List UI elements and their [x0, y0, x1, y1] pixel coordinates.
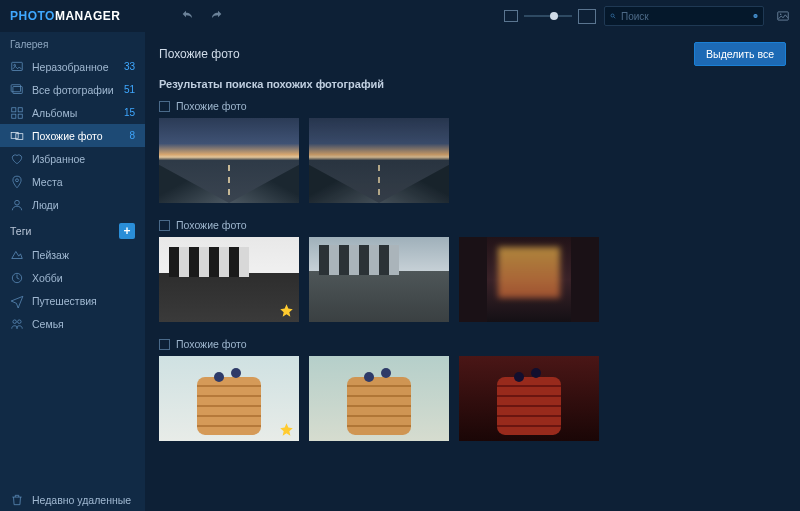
sidebar-item-count: 8 [129, 130, 135, 141]
sidebar-item-label: Избранное [32, 153, 135, 165]
page-title: Похожие фото [159, 47, 240, 61]
zoom-control[interactable] [504, 9, 596, 24]
gallery-section-title: Галерея [0, 32, 145, 55]
group-label: Похожие фото [176, 100, 247, 112]
select-all-button[interactable]: Выделить все [694, 42, 786, 66]
similar-group: Похожие фото [159, 219, 786, 322]
group-checkbox[interactable] [159, 101, 170, 112]
similar-group: Похожие фото [159, 338, 786, 441]
clear-search-icon[interactable] [753, 11, 758, 21]
svg-rect-12 [18, 114, 22, 118]
thumb-row [159, 118, 786, 203]
search-icon [610, 10, 616, 22]
sidebar-item-all-photos[interactable]: Все фотографии 51 [0, 78, 145, 101]
trash-icon [10, 493, 24, 507]
svg-line-1 [614, 17, 616, 19]
unsorted-icon [10, 60, 24, 74]
svg-rect-10 [18, 107, 22, 111]
results-area[interactable]: Результаты поиска похожих фотографий Пох… [145, 74, 800, 467]
person-icon [10, 198, 24, 212]
photo-thumb[interactable] [309, 237, 449, 322]
sidebar-item-count: 51 [124, 84, 135, 95]
app-logo: PHOTOMANAGER [10, 9, 120, 23]
sidebar-item-unsorted[interactable]: Неразобранное 33 [0, 55, 145, 78]
titlebar-center [120, 8, 504, 24]
sidebar-item-label: Хобби [32, 272, 135, 284]
photo-thumb[interactable] [309, 356, 449, 441]
zoom-knob[interactable] [550, 12, 558, 20]
group-label: Похожие фото [176, 219, 247, 231]
sidebar-tag-family[interactable]: Семья [0, 312, 145, 335]
photo-thumb[interactable] [459, 237, 599, 322]
sidebar-item-count: 15 [124, 107, 135, 118]
tag-icon [10, 317, 24, 331]
add-tag-button[interactable]: + [119, 223, 135, 239]
pin-icon [10, 175, 24, 189]
tag-icon [10, 271, 24, 285]
star-icon [279, 422, 294, 437]
sidebar-bottom: Недавно удаленные [0, 488, 145, 511]
titlebar-right [504, 6, 790, 26]
albums-icon [10, 106, 24, 120]
group-checkbox[interactable] [159, 339, 170, 350]
search-input[interactable] [621, 11, 748, 22]
sidebar-item-trash[interactable]: Недавно удаленные [0, 488, 145, 511]
similar-icon [10, 129, 24, 143]
zoom-small-icon[interactable] [504, 10, 518, 22]
tag-icon [10, 294, 24, 308]
results-heading: Результаты поиска похожих фотографий [159, 74, 786, 100]
tags-section-header: Теги + [0, 216, 145, 243]
sidebar-item-label: Путешествия [32, 295, 135, 307]
sidebar-tag-hobby[interactable]: Хобби [0, 266, 145, 289]
svg-point-0 [611, 14, 614, 17]
sidebar-item-label: Семья [32, 318, 135, 330]
sidebar-item-similar[interactable]: Похожие фото 8 [0, 124, 145, 147]
photo-thumb[interactable] [159, 237, 299, 322]
svg-point-16 [15, 200, 20, 205]
thumb-row [159, 356, 786, 441]
photo-thumb[interactable] [159, 356, 299, 441]
sidebar-item-label: Похожие фото [32, 130, 121, 142]
undo-icon[interactable] [180, 8, 196, 24]
titlebar: PHOTOMANAGER [0, 0, 800, 32]
sidebar-tag-travel[interactable]: Путешествия [0, 289, 145, 312]
sidebar-item-albums[interactable]: Альбомы 15 [0, 101, 145, 124]
main-header: Похожие фото Выделить все [145, 32, 800, 74]
search-box[interactable] [604, 6, 764, 26]
svg-rect-5 [12, 62, 23, 70]
sidebar-item-people[interactable]: Люди [0, 193, 145, 216]
main-content: Похожие фото Выделить все Результаты пои… [145, 32, 800, 511]
photo-thumb[interactable] [309, 118, 449, 203]
import-icon[interactable] [776, 9, 790, 23]
logo-text: MANAGER [55, 9, 121, 23]
logo-highlight: PHOTO [10, 9, 55, 23]
sidebar-item-label: Все фотографии [32, 84, 116, 96]
zoom-slider[interactable] [524, 15, 572, 17]
zoom-large-icon[interactable] [578, 9, 596, 24]
similar-group: Похожие фото [159, 100, 786, 203]
star-icon [279, 184, 294, 199]
sidebar-tag-landscape[interactable]: Пейзаж [0, 243, 145, 266]
sidebar-item-places[interactable]: Места [0, 170, 145, 193]
photo-thumb[interactable] [459, 356, 599, 441]
tag-icon [10, 248, 24, 262]
svg-point-18 [13, 319, 16, 323]
svg-point-19 [18, 319, 21, 323]
sidebar-item-favorites[interactable]: Избранное [0, 147, 145, 170]
photo-thumb[interactable] [159, 118, 299, 203]
group-header: Похожие фото [159, 100, 786, 118]
sidebar-item-label: Места [32, 176, 135, 188]
tags-section-title: Теги [10, 225, 31, 237]
sidebar-item-label: Пейзаж [32, 249, 135, 261]
sidebar-item-count: 33 [124, 61, 135, 72]
group-checkbox[interactable] [159, 220, 170, 231]
app-body: Галерея Неразобранное 33 Все фотографии … [0, 32, 800, 511]
group-header: Похожие фото [159, 219, 786, 237]
sidebar: Галерея Неразобранное 33 Все фотографии … [0, 32, 145, 511]
sidebar-item-label: Люди [32, 199, 135, 211]
group-label: Похожие фото [176, 338, 247, 350]
sidebar-item-label: Альбомы [32, 107, 116, 119]
group-header: Похожие фото [159, 338, 786, 356]
svg-point-6 [14, 64, 16, 66]
redo-icon[interactable] [208, 8, 224, 24]
